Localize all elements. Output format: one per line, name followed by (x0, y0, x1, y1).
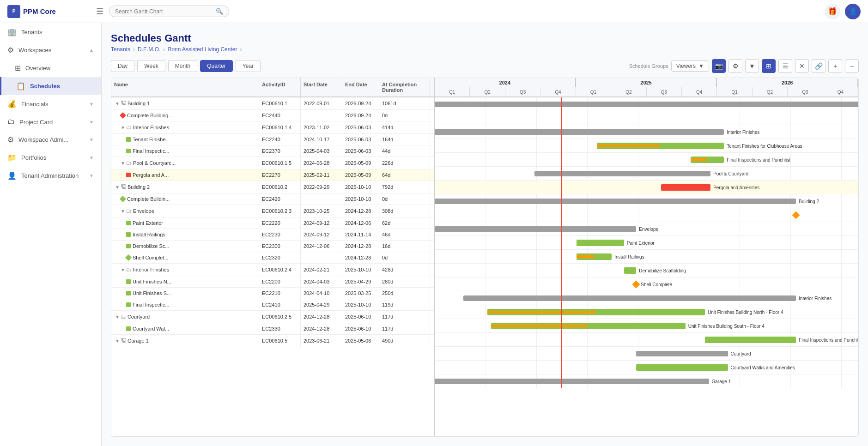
sidebar-item-overview[interactable]: ⊞ Overview (0, 59, 101, 77)
activity-id-cell: EC2300 (259, 241, 301, 252)
task-name-label: Tenant Finishe... (133, 137, 170, 142)
year-button[interactable]: Year (236, 60, 261, 72)
task-name-label: Paint Exterior (133, 220, 163, 226)
quarter-row: Q1Q2Q3Q4Q1Q2Q3Q4Q1Q2Q3Q4 (435, 87, 858, 96)
progress-bar (577, 255, 594, 258)
help-icon-button[interactable]: 🎁 (825, 4, 840, 19)
chart-row: Garage 1 (435, 374, 858, 388)
collapse-button[interactable]: ▼ (115, 185, 120, 190)
chart-header: 202420252026 Q1Q2Q3Q4Q1Q2Q3Q4Q1Q2Q3Q4 (435, 78, 858, 97)
camera-icon-button[interactable]: 📷 (712, 59, 726, 73)
bar-label: Building 2 (799, 199, 819, 204)
start-date-cell: 2024-04-03 (301, 276, 342, 287)
gantt-bar (636, 364, 728, 371)
activity-id-cell: EC2270 (259, 169, 301, 181)
task-name-cell: Unit Finishes N... (111, 276, 259, 287)
chart-row: Final Inspections and Punchlist (435, 153, 858, 167)
sidebar-item-label: Overview (25, 65, 50, 72)
task-name-label: Demobilize Sc... (133, 243, 169, 249)
day-button[interactable]: Day (111, 60, 134, 72)
task-name-label: Building 2 (127, 184, 150, 190)
task-bar-icon (126, 221, 131, 225)
start-date-cell: 2023-06-21 (301, 335, 342, 347)
sidebar-item-tenants[interactable]: 🏢 Tenants (0, 23, 101, 41)
task-name-cell: ▼ 🏗 Building 2 (111, 181, 259, 193)
viewers-dropdown[interactable]: Viewers ▼ (671, 60, 709, 72)
search-input[interactable] (115, 8, 213, 15)
collapse-button[interactable]: ▼ (115, 314, 120, 319)
activity-id-cell: EC2320 (259, 252, 301, 263)
sidebar-item-workspace-admin[interactable]: ⚙ Workspace Admi... ▼ (0, 131, 101, 149)
progress-bar (487, 311, 596, 313)
end-date-cell: 2026-09-24 (342, 110, 379, 121)
collapse-button[interactable]: ▼ (121, 209, 125, 214)
user-avatar[interactable]: 👤 (845, 4, 861, 19)
chart-row: Final Inspections and Punchlist (435, 333, 858, 347)
folder-icon: 🗂 (121, 313, 126, 320)
minus-icon-button[interactable]: − (845, 59, 859, 73)
bar-label: Garage 1 (712, 379, 731, 384)
sidebar-item-tenant-admin[interactable]: 👤 Tenant Administration ▼ (0, 167, 101, 185)
year-label: 2026 (717, 78, 858, 87)
collapse-button[interactable]: ▼ (121, 161, 125, 166)
week-button[interactable]: Week (137, 60, 165, 72)
folder-icon: 🏗 (121, 100, 126, 107)
duration-cell: 44d (379, 145, 430, 157)
sidebar-item-schedules[interactable]: 📋 Schedules (0, 77, 101, 95)
sidebar-item-portfolios[interactable]: 📁 Portfolios ▼ (0, 149, 101, 167)
schedules-icon: 📋 (16, 82, 25, 90)
bar-label: Interior Finishes (727, 129, 759, 134)
add-icon-button[interactable]: + (828, 59, 842, 73)
task-name-cell: ▼ 🗂 Interior Finishes (111, 264, 259, 276)
financials-icon: 💰 (7, 100, 17, 108)
duration-cell: 0d (379, 110, 430, 121)
gantt-container: Name ActivityID Start Date End Date At C… (111, 78, 859, 437)
list-icon-button[interactable]: ☰ (778, 59, 792, 73)
filter-icon-button[interactable]: ▼ (745, 59, 759, 73)
sidebar-item-project-card[interactable]: 🗂 Project Card ▼ (0, 113, 101, 131)
collapse-button[interactable]: ▼ (115, 101, 120, 106)
settings-icon-button[interactable]: ⚙ (728, 59, 742, 73)
duration-cell: 428d (379, 264, 430, 276)
task-name-cell: Paint Exterior (111, 217, 259, 229)
content-area: Schedules Gantt Tenants › D.E.M.O. › Bon… (102, 23, 868, 446)
task-name-cell: Courtyard Wal... (111, 323, 259, 334)
duration-cell: 0d (379, 193, 430, 205)
collapse-button[interactable]: ▼ (115, 338, 120, 344)
activity-id-cell: EC2230 (259, 229, 301, 240)
table-row: ▼ 🗂 Interior Finishes EC00610.2.4 2024-0… (111, 264, 434, 276)
table-row: Final Inspectic... EC2370 2025-04-03 202… (111, 145, 434, 157)
month-button[interactable]: Month (168, 60, 197, 72)
milestone-diamond (792, 211, 800, 219)
end-date-cell: 2025-05-09 (342, 157, 379, 169)
chart-row: Unit Finishes Building South - Floor 4 (435, 319, 858, 333)
link-icon-button[interactable]: 🔗 (812, 59, 826, 73)
sidebar-item-workspaces[interactable]: ⚙ Workspaces ▲ (0, 41, 101, 59)
quarter-button[interactable]: Quarter (200, 60, 233, 72)
quarter-label: Q2 (753, 87, 788, 96)
task-name-cell: Complete Building... (111, 110, 259, 121)
start-date-cell: 2023-10-25 (301, 205, 342, 217)
start-date-cell: 2024-09-12 (301, 217, 342, 229)
chart-row: Pool & Courtyard (435, 167, 858, 181)
col-duration: At Completion Duration (379, 78, 430, 96)
grid-icon-button[interactable]: ⊞ (762, 59, 776, 73)
close-icon-button[interactable]: ✕ (795, 59, 809, 73)
collapse-button[interactable]: ▼ (121, 267, 125, 272)
collapse-button[interactable]: ▼ (121, 125, 125, 130)
milestone-icon (120, 112, 126, 119)
chart-row: Install Railings (435, 250, 858, 264)
breadcrumb-demo[interactable]: D.E.M.O. (138, 46, 160, 53)
table-row: ▼ 🗂 Pool & Courtyarc... EC00610.1.5 2024… (111, 157, 434, 169)
tenant-admin-icon: 👤 (7, 171, 17, 180)
sidebar-item-label: Workspaces (18, 47, 51, 54)
hamburger-button[interactable]: ☰ (96, 6, 103, 17)
breadcrumb-tenants[interactable]: Tenants (111, 46, 130, 53)
gantt-table: Name ActivityID Start Date End Date At C… (111, 78, 435, 436)
sidebar-item-financials[interactable]: 💰 Financials ▼ (0, 95, 101, 113)
breadcrumb-project[interactable]: Bonn Assisted Living Center (168, 46, 237, 53)
task-name-label: Shell Complet... (133, 255, 169, 260)
task-bar-icon (126, 173, 131, 177)
workspaces-icon: ⚙ (7, 46, 14, 54)
task-bar-icon (126, 137, 131, 142)
